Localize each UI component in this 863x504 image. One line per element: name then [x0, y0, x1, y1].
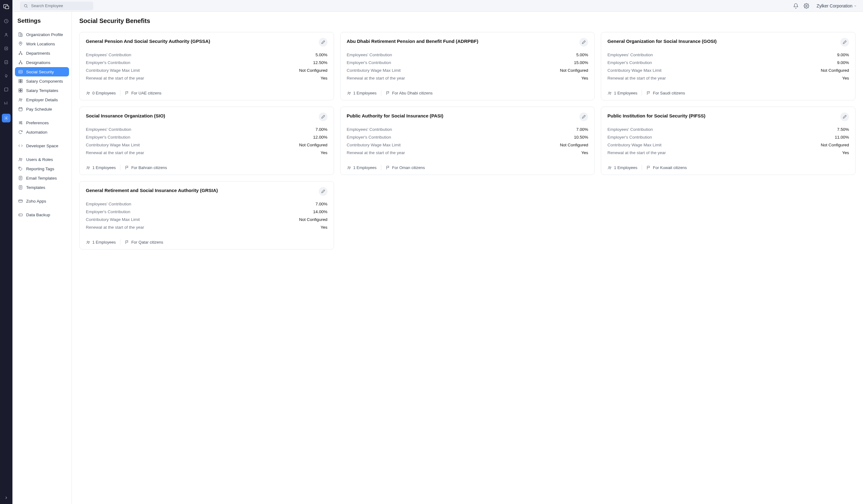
svg-point-13 — [19, 54, 20, 55]
citizens-text: For Abu Dhabi citizens — [392, 91, 433, 95]
sidebar-item-templates[interactable]: Templates — [15, 183, 69, 192]
sidebar-item-designations[interactable]: Designations — [15, 58, 69, 67]
detail-value: Yes — [842, 151, 849, 155]
edit-button[interactable] — [319, 38, 327, 47]
detail-label: Contributory Wage Max Limit — [347, 143, 401, 147]
settings-sidebar: Settings Organization Profile Work Locat… — [12, 12, 72, 504]
sidebar-item-departments[interactable]: Departments — [15, 49, 69, 58]
sidebar-item-pay-schedule[interactable]: Pay Schedule — [15, 104, 69, 114]
citizens-text: For UAE citizens — [131, 91, 161, 95]
expand-rail-icon[interactable] — [4, 495, 9, 501]
sidebar-item-employer-details[interactable]: Employer Details — [15, 95, 69, 104]
citizens-text: For Kuwait citizens — [653, 165, 687, 170]
detail-row: Employer's Contribution 11.00% — [608, 133, 849, 141]
svg-point-48 — [87, 166, 88, 167]
search-icon — [24, 4, 28, 8]
svg-rect-21 — [21, 79, 22, 81]
detail-row: Employees' Contribution 7.50% — [608, 126, 849, 133]
notifications-icon[interactable] — [793, 3, 799, 9]
citizens-text: For Saudi citizens — [653, 91, 685, 95]
sidebar-item-zoho-apps[interactable]: Zoho Apps — [15, 196, 69, 206]
org-selector[interactable]: Zylker Corporation — [814, 3, 857, 9]
svg-rect-27 — [21, 91, 22, 92]
sidebar-item-users-roles[interactable]: Users & Roles — [15, 155, 69, 164]
detail-row: Contributory Wage Max Limit Not Configur… — [86, 66, 327, 74]
users-icon — [86, 91, 90, 95]
svg-point-11 — [20, 42, 21, 43]
gear-icon[interactable] — [804, 3, 809, 9]
sidebar-item-data-backup[interactable]: Data Backup — [15, 210, 69, 219]
calendar-icon — [18, 106, 23, 112]
svg-point-51 — [350, 167, 350, 167]
content-area: Social Security Benefits General Pension… — [72, 12, 863, 504]
detail-value: Not Configured — [299, 68, 327, 73]
sidebar-item-preferences[interactable]: Preferences — [15, 118, 69, 127]
sidebar-item-work-locations[interactable]: Work Locations — [15, 39, 69, 49]
dashboard-icon[interactable] — [3, 18, 9, 24]
detail-row: Contributory Wage Max Limit Not Configur… — [347, 66, 588, 74]
detail-row: Employer's Contribution 14.00% — [86, 208, 327, 216]
sidebar-item-reporting-tags[interactable]: Reporting Tags — [15, 164, 69, 173]
detail-value: 9.00% — [837, 60, 849, 65]
sidebar-item-label: Employer Details — [26, 98, 58, 102]
approvals-icon[interactable] — [3, 59, 9, 65]
detail-label: Employer's Contribution — [86, 209, 130, 214]
sidebar-item-label: Designations — [26, 60, 50, 65]
nav-rail — [0, 0, 12, 504]
users-icon — [18, 97, 23, 102]
sidebar-item-label: Templates — [26, 185, 46, 190]
sidebar-item-developer-space[interactable]: Developer Space — [15, 141, 69, 151]
loans-icon[interactable] — [3, 73, 9, 79]
card-title: General Retirement and Social Insurance … — [86, 187, 315, 194]
sidebar-item-salary-components[interactable]: Salary Components — [15, 76, 69, 86]
documents-icon[interactable] — [3, 86, 9, 93]
svg-rect-10 — [21, 34, 22, 36]
citizens-label: For Saudi citizens — [646, 91, 685, 95]
detail-value: Yes — [321, 225, 327, 230]
detail-label: Renewal at the start of the year — [347, 151, 405, 155]
edit-button[interactable] — [319, 187, 327, 196]
sidebar-item-automation[interactable]: Automation — [15, 127, 69, 137]
sidebar-item-email-templates[interactable]: Email Templates — [15, 173, 69, 183]
flag-icon — [125, 240, 129, 245]
sidebar-item-salary-templates[interactable]: Salary Templates — [15, 86, 69, 95]
location-icon — [18, 41, 23, 46]
flag-icon — [125, 91, 129, 95]
payruns-icon[interactable] — [3, 46, 9, 52]
sidebar-title: Settings — [17, 17, 66, 24]
svg-point-45 — [350, 92, 350, 93]
detail-row: Renewal at the start of the year Yes — [86, 74, 327, 82]
detail-row: Contributory Wage Max Limit Not Configur… — [608, 66, 849, 74]
edit-button[interactable] — [579, 113, 588, 121]
employees-count-label: 1 Employees — [614, 165, 637, 170]
detail-value: 7.00% — [315, 127, 327, 132]
edit-button[interactable] — [840, 113, 849, 121]
reports-icon[interactable] — [3, 100, 9, 106]
detail-label: Contributory Wage Max Limit — [86, 143, 140, 147]
detail-label: Employees' Contribution — [347, 52, 392, 57]
detail-value: 14.00% — [313, 209, 327, 214]
document-icon — [18, 185, 23, 190]
edit-button[interactable] — [840, 38, 849, 47]
employees-icon[interactable] — [3, 32, 9, 38]
sidebar-item-label: Data Backup — [26, 212, 50, 217]
employees-count: 1 Employees — [347, 165, 377, 170]
svg-rect-18 — [18, 70, 22, 73]
search-wrap[interactable] — [20, 2, 93, 10]
sidebar-item-organization-profile[interactable]: Organization Profile — [15, 30, 69, 39]
edit-button[interactable] — [579, 38, 588, 47]
detail-label: Employer's Contribution — [347, 135, 391, 140]
edit-button[interactable] — [319, 113, 327, 121]
citizens-label: For UAE citizens — [125, 91, 161, 95]
separator — [381, 165, 381, 170]
settings-icon[interactable] — [2, 114, 11, 122]
search-input[interactable] — [31, 3, 90, 8]
detail-row: Employer's Contribution 9.00% — [608, 59, 849, 66]
edit-icon — [321, 115, 325, 119]
id-card-icon — [18, 69, 23, 74]
sidebar-item-social-security[interactable]: Social Security — [15, 67, 69, 76]
svg-rect-22 — [19, 81, 21, 83]
separator — [381, 90, 381, 96]
svg-rect-20 — [19, 79, 21, 81]
detail-value: 9.00% — [837, 52, 849, 57]
